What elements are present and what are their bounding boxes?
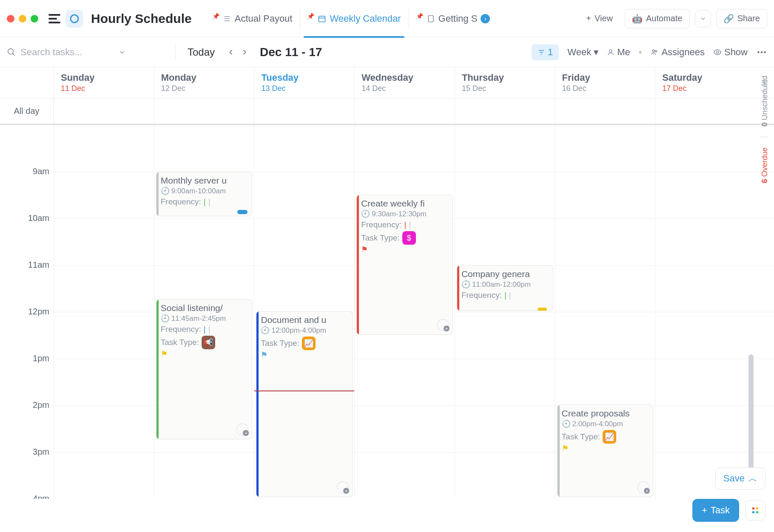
hour-label: 10am	[28, 213, 49, 223]
event-create-proposals[interactable]: Create proposals 🕘2:00pm-4:00pm Task Typ…	[557, 405, 654, 497]
svg-point-7	[716, 51, 718, 53]
assignees-label: Assignees	[661, 47, 705, 58]
save-button[interactable]: Save ︿	[715, 467, 765, 490]
clock-icon: 🕘	[161, 187, 170, 195]
flag-icon: ⚑	[361, 245, 448, 254]
hour-label: 2pm	[33, 400, 49, 410]
pin-icon: 📌	[416, 13, 423, 20]
search-icon	[7, 48, 16, 57]
tab-label: Actual Payout	[235, 13, 293, 24]
svg-point-0	[71, 15, 78, 23]
col-sunday	[54, 125, 154, 499]
svg-point-12	[756, 507, 759, 510]
col-saturday	[655, 125, 755, 499]
toolbar-right: 1 Week ▾ Me • Assignees Show	[532, 44, 767, 60]
chevron-down-icon[interactable]	[118, 48, 126, 56]
svg-point-8	[757, 51, 759, 53]
hour-label: 11am	[28, 260, 49, 269]
arrow-right-icon[interactable]: ›	[481, 14, 490, 23]
col-friday: Create proposals 🕘2:00pm-4:00pm Task Typ…	[555, 125, 655, 499]
day-header[interactable]: Friday16 Dec	[555, 67, 655, 98]
calendar-grid: 9am 10am 11am 12pm 1pm 2pm 3pm 4pm Month…	[0, 125, 774, 499]
minimize-window-icon[interactable]	[19, 15, 26, 23]
add-view-button[interactable]: + View	[579, 9, 620, 28]
nav-arrows	[227, 48, 249, 57]
allday-label: All day	[0, 99, 54, 124]
assignee-add[interactable]	[337, 481, 349, 493]
share-button[interactable]: 🔗 Share	[716, 9, 767, 28]
calendar-toolbar: Today Dec 11 - 17 1 Week ▾ Me • Assignee…	[0, 37, 774, 67]
clock-icon: 🕘	[161, 314, 170, 323]
allday-row: All day	[0, 99, 774, 125]
flag-icon: ⚑	[562, 444, 649, 453]
clock-icon: 🕘	[261, 326, 270, 335]
next-week-button[interactable]	[240, 48, 249, 57]
clock-icon: 🕘	[361, 209, 370, 218]
share-label: Share	[737, 14, 760, 23]
me-label: Me	[617, 47, 630, 58]
maximize-window-icon[interactable]	[31, 15, 38, 23]
svg-point-5	[652, 50, 654, 52]
day-header[interactable]: Monday12 Dec	[154, 67, 254, 98]
prev-week-button[interactable]	[227, 48, 235, 57]
assignee-add[interactable]	[437, 319, 449, 331]
svg-point-6	[655, 50, 657, 52]
filter-chip[interactable]: 1	[532, 44, 559, 60]
apps-button[interactable]	[745, 500, 765, 521]
show-toggle[interactable]: Show	[713, 47, 748, 58]
tab-label: Getting S	[438, 13, 478, 24]
tab-getting-started[interactable]: 📌 Getting S ›	[409, 9, 497, 28]
day-header[interactable]: Sunday11 Dec	[54, 67, 154, 98]
assignee-add[interactable]	[637, 481, 649, 493]
unscheduled-pill[interactable]: 0 Unscheduled	[760, 76, 769, 127]
pin-icon: 📌	[307, 13, 314, 20]
tab-actual-payout[interactable]: 📌 Actual Payout	[205, 9, 299, 28]
scrollbar[interactable]	[748, 354, 754, 473]
col-monday: Monthly server u 🕘9:00am-10:00am Frequen…	[154, 125, 254, 499]
top-bar: Hourly Schedule 📌 Actual Payout 📌 Weekly…	[0, 0, 774, 37]
today-button[interactable]: Today	[182, 44, 220, 61]
flag-icon: ⚑	[161, 349, 248, 359]
allday-cells[interactable]	[54, 99, 755, 124]
new-task-button[interactable]: + Task	[692, 499, 739, 522]
tab-label: Weekly Calendar	[330, 13, 401, 24]
event-create-weekly[interactable]: Create weekly fi 🕘9:30am-12:30pm Frequen…	[356, 195, 453, 335]
automate-dropdown[interactable]	[695, 10, 711, 27]
day-header[interactable]: Saturday17 Dec	[655, 67, 755, 98]
event-monthly-server[interactable]: Monthly server u 🕘9:00am-10:00am Frequen…	[156, 172, 253, 216]
day-header[interactable]: Wednesday14 Dec	[354, 67, 455, 98]
close-window-icon[interactable]	[7, 15, 14, 23]
share-icon: 🔗	[723, 14, 734, 24]
filter-count: 1	[548, 47, 553, 58]
event-document[interactable]: Document and u 🕘12:00pm-4:00pm Task Type…	[256, 311, 353, 497]
dollar-icon: $	[402, 231, 416, 245]
svg-point-3	[8, 48, 14, 54]
event-company-general[interactable]: Company genera 🕘11:00am-12:00pm Frequenc…	[457, 265, 553, 311]
doc-icon	[427, 14, 435, 23]
me-toggle[interactable]: Me	[607, 47, 630, 58]
day-header[interactable]: Thursday15 Dec	[455, 67, 555, 98]
week-dropdown[interactable]: Week ▾	[567, 47, 598, 58]
assignees-toggle[interactable]: Assignees	[650, 47, 705, 58]
automate-button[interactable]: 🤖 Automate	[625, 9, 690, 28]
assignee-add[interactable]	[236, 424, 248, 436]
day-columns[interactable]: Monthly server u 🕘9:00am-10:00am Frequen…	[54, 125, 755, 499]
chart-icon: 📈	[302, 337, 316, 350]
week-label: Week	[567, 47, 591, 58]
svg-point-10	[764, 51, 765, 53]
robot-icon: 🤖	[632, 14, 643, 24]
event-social-listening[interactable]: Social listening/ 🕘11:45am-2:45pm Freque…	[156, 299, 253, 439]
search-input[interactable]	[20, 47, 114, 58]
automate-label: Automate	[646, 14, 683, 23]
view-label: View	[595, 14, 613, 23]
overdue-pill[interactable]: 6 Overdue	[760, 147, 769, 183]
time-labels: 9am 10am 11am 12pm 1pm 2pm 3pm 4pm	[0, 125, 54, 499]
folder-icon[interactable]	[65, 10, 83, 28]
hamburger-icon[interactable]	[48, 14, 60, 23]
progress-indicator	[237, 210, 248, 214]
more-icon[interactable]	[756, 47, 767, 58]
day-header[interactable]: Tuesday13 Dec	[254, 67, 354, 98]
grid-icon	[751, 506, 760, 515]
tab-weekly-calendar[interactable]: 📌 Weekly Calendar	[300, 9, 407, 28]
svg-rect-1	[319, 16, 325, 22]
